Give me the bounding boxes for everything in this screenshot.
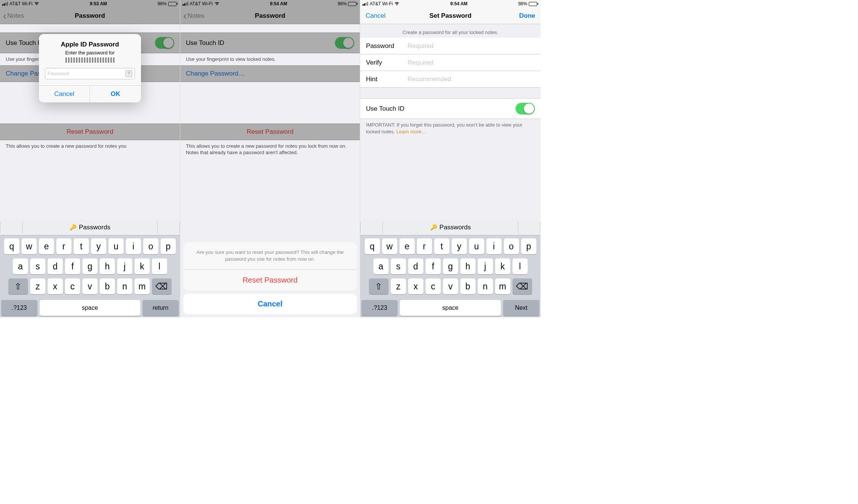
keyboard-row-3: ⇧ z x c v b n m ⌫ <box>1 278 179 294</box>
key-a[interactable]: a <box>13 258 28 274</box>
key-d[interactable]: d <box>48 258 63 274</box>
key-l[interactable]: l <box>152 258 167 274</box>
key-s[interactable]: s <box>391 258 406 274</box>
cancel-button[interactable]: Cancel <box>360 12 391 20</box>
key-u[interactable]: u <box>469 238 484 254</box>
sheet-reset-button[interactable]: Reset Password <box>183 270 357 291</box>
done-button[interactable]: Done <box>514 12 541 20</box>
key-u[interactable]: u <box>108 238 124 254</box>
redacted-apple-id <box>65 57 115 63</box>
numbers-key[interactable]: .?123 <box>361 300 398 316</box>
key-l[interactable]: l <box>513 258 528 274</box>
password-input[interactable]: Password ? <box>45 68 135 79</box>
key-d[interactable]: d <box>408 258 423 274</box>
key-m[interactable]: m <box>495 278 510 294</box>
key-j[interactable]: j <box>117 258 132 274</box>
key-r[interactable]: r <box>56 238 71 254</box>
key-g[interactable]: g <box>82 258 98 274</box>
key-q[interactable]: q <box>365 238 380 254</box>
key-i[interactable]: i <box>486 238 502 254</box>
key-e[interactable]: e <box>400 238 415 254</box>
alert-cancel-button[interactable]: Cancel <box>39 86 90 102</box>
key-g[interactable]: g <box>443 258 458 274</box>
key-b[interactable]: b <box>100 278 115 294</box>
key-c[interactable]: c <box>65 278 80 294</box>
key-b[interactable]: b <box>460 278 475 294</box>
password-field[interactable]: Password Required <box>360 38 541 54</box>
key-y[interactable]: y <box>91 238 106 254</box>
key-z[interactable]: z <box>391 278 406 294</box>
back-button[interactable]: ‹ Notes <box>180 11 204 21</box>
change-password-cell[interactable]: Change Password… <box>180 65 360 82</box>
return-key[interactable]: return <box>142 300 179 316</box>
verify-field[interactable]: Verify Required <box>360 54 541 71</box>
key-o[interactable]: o <box>143 238 158 254</box>
use-touch-id-cell[interactable]: Use Touch ID <box>360 98 541 119</box>
delete-key[interactable]: ⌫ <box>513 278 532 294</box>
key-c[interactable]: c <box>426 278 441 294</box>
nav-bar: ‹ Notes Password <box>0 8 180 24</box>
alert-ok-button[interactable]: OK <box>90 86 141 102</box>
key-v[interactable]: v <box>82 278 98 294</box>
key-q[interactable]: q <box>4 238 19 254</box>
key-j[interactable]: j <box>478 258 493 274</box>
numbers-key[interactable]: .?123 <box>1 300 37 316</box>
key-f[interactable]: f <box>426 258 441 274</box>
key-w[interactable]: w <box>22 238 37 254</box>
key-y[interactable]: y <box>452 238 467 254</box>
key-e[interactable]: e <box>39 238 54 254</box>
key-h[interactable]: h <box>100 258 115 274</box>
touch-id-toggle[interactable] <box>516 103 535 114</box>
key-v[interactable]: v <box>443 278 458 294</box>
key-icon: 🔑 <box>430 224 437 231</box>
key-o[interactable]: o <box>504 238 519 254</box>
reset-password-cell[interactable]: Reset Password <box>180 124 360 140</box>
learn-more-link[interactable]: Learn more… <box>396 129 426 135</box>
space-key[interactable]: space <box>400 300 501 316</box>
key-t[interactable]: t <box>74 238 89 254</box>
key-z[interactable]: z <box>30 278 45 294</box>
key-n[interactable]: n <box>478 278 493 294</box>
key-i[interactable]: i <box>126 238 141 254</box>
keyboard-suggestion-bar[interactable]: 🔑 Passwords <box>360 220 541 235</box>
help-icon[interactable]: ? <box>125 70 132 77</box>
keyboard[interactable]: 🔑 Passwords q w e r t y u i o p a s d <box>360 220 541 317</box>
key-p[interactable]: p <box>161 238 176 254</box>
use-touch-id-cell[interactable]: Use Touch ID <box>180 32 360 53</box>
hint-field[interactable]: Hint Recommended <box>360 71 541 88</box>
shift-key[interactable]: ⇧ <box>369 278 389 294</box>
key-k[interactable]: k <box>495 258 510 274</box>
key-p[interactable]: p <box>521 238 536 254</box>
sheet-cancel-button[interactable]: Cancel <box>183 294 357 314</box>
reset-password-cell[interactable]: Reset Password <box>0 124 180 140</box>
key-w[interactable]: w <box>382 238 397 254</box>
keyboard[interactable]: 🔑 Passwords q w e r t y u i o p a s d <box>0 220 180 317</box>
touch-id-toggle[interactable] <box>335 37 354 49</box>
next-key[interactable]: Next <box>503 300 539 316</box>
key-n[interactable]: n <box>117 278 132 294</box>
key-r[interactable]: r <box>417 238 432 254</box>
back-label: Notes <box>7 12 24 20</box>
key-f[interactable]: f <box>65 258 80 274</box>
change-password-label: Change Password… <box>186 70 245 77</box>
shift-key[interactable]: ⇧ <box>8 278 28 294</box>
back-button[interactable]: ‹ Notes <box>0 11 24 21</box>
space-key[interactable]: space <box>40 300 140 316</box>
suggestion-text: Passwords <box>440 224 471 231</box>
keyboard-row-1: q w e r t y u i o p <box>361 238 539 254</box>
key-x[interactable]: x <box>408 278 423 294</box>
battery-icon <box>168 2 178 6</box>
key-h[interactable]: h <box>460 258 475 274</box>
keyboard-suggestion-bar[interactable]: 🔑 Passwords <box>0 220 180 235</box>
key-m[interactable]: m <box>135 278 150 294</box>
key-s[interactable]: s <box>30 258 45 274</box>
key-k[interactable]: k <box>135 258 150 274</box>
key-t[interactable]: t <box>434 238 449 254</box>
verify-placeholder: Required <box>407 59 434 66</box>
form-header: Create a password for all your locked no… <box>360 24 541 38</box>
delete-key[interactable]: ⌫ <box>152 278 172 294</box>
important-footer: IMPORTANT: If you forget this password, … <box>360 119 541 138</box>
touch-id-toggle[interactable] <box>155 37 174 49</box>
key-x[interactable]: x <box>48 278 63 294</box>
key-a[interactable]: a <box>373 258 389 274</box>
